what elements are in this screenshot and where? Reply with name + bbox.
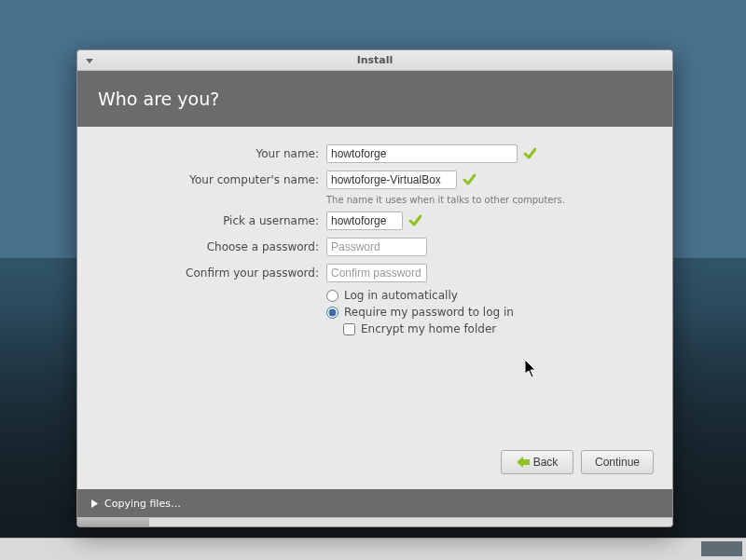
checkbox-encrypt-home-label: Encrypt my home folder [361, 322, 496, 335]
label-username: Pick a username: [77, 214, 326, 227]
form-body: Your name: Your computer's name: The [77, 127, 672, 489]
label-your-name: Your name: [77, 147, 326, 160]
titlebar[interactable]: Install [77, 50, 672, 71]
window-title: Install [357, 54, 394, 66]
password-input[interactable] [326, 238, 427, 256]
checkbox-encrypt-home[interactable]: Encrypt my home folder [343, 322, 672, 335]
cursor-icon [525, 360, 538, 378]
check-icon [463, 173, 476, 186]
label-confirm-password: Confirm your password: [77, 266, 326, 280]
taskbar[interactable] [0, 538, 746, 560]
continue-button[interactable]: Continue [581, 450, 654, 474]
notification-area[interactable] [701, 541, 742, 556]
label-password: Choose a password: [77, 240, 326, 253]
checkbox-encrypt-home-input[interactable] [343, 323, 355, 335]
confirm-password-input[interactable] [326, 264, 427, 282]
radio-login-password-input[interactable] [326, 307, 338, 319]
radio-login-auto[interactable]: Log in automatically [326, 289, 672, 302]
triangle-right-icon [90, 499, 99, 508]
status-bar[interactable]: Copying files… [77, 489, 672, 517]
back-button-label: Back [533, 456, 559, 469]
computer-name-hint: The name it uses when it talks to other … [326, 196, 672, 205]
username-input[interactable] [326, 212, 403, 230]
page-title: Who are you? [98, 89, 219, 109]
arrow-left-icon [517, 457, 530, 468]
svg-marker-3 [91, 499, 98, 508]
label-computer-name: Your computer's name: [77, 173, 326, 186]
check-icon [408, 214, 421, 227]
your-name-input[interactable] [326, 144, 518, 163]
radio-login-password[interactable]: Require my password to log in [326, 306, 672, 319]
progress-fill [77, 518, 149, 526]
computer-name-input[interactable] [326, 171, 457, 189]
progress-bar [77, 517, 672, 526]
installer-window: Install Who are you? Your name: Your com… [76, 49, 673, 527]
check-icon [523, 147, 536, 160]
radio-login-password-label: Require my password to log in [344, 306, 514, 319]
minimize-icon[interactable] [83, 54, 96, 67]
back-button[interactable]: Back [501, 450, 573, 474]
svg-marker-0 [86, 59, 93, 63]
radio-login-auto-input[interactable] [326, 290, 338, 302]
svg-marker-2 [525, 360, 535, 377]
page-header: Who are you? [77, 71, 672, 127]
radio-login-auto-label: Log in automatically [344, 289, 458, 302]
continue-button-label: Continue [595, 456, 640, 469]
svg-marker-1 [517, 457, 530, 468]
status-text: Copying files… [104, 498, 181, 510]
